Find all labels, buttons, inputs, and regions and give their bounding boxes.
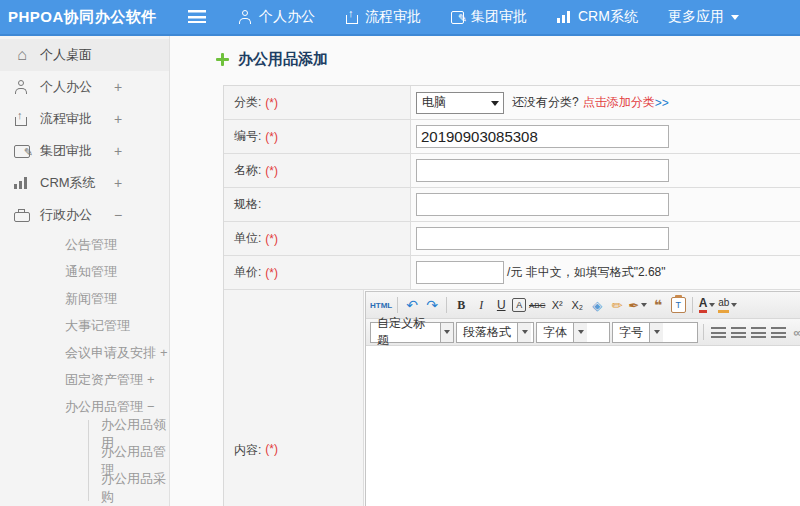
sidebar: ⌂ 个人桌面 个人办公 + 流程审批 + 集团审批 + CRM系统 + 行政办公… [0,36,170,506]
remove-format-icon[interactable]: ◈ [588,295,606,315]
expand-toggle[interactable]: + [114,175,122,191]
category-label: 分类: [234,94,261,111]
toolbar-separator [703,324,704,340]
topnav-label: 更多应用 [668,8,724,26]
sidebar-subitem-meeting-request[interactable]: 会议申请及安排+ [0,339,169,366]
highlight-color-button[interactable]: ab [718,295,737,315]
undo-icon[interactable]: ↶ [403,295,421,315]
expand-toggle[interactable]: + [114,79,122,95]
editor-toolbar-row2: 自定义标题 段落格式 字体 字号 [366,319,800,346]
font-color-button[interactable]: A [698,295,716,315]
topnav-label: 集团审批 [471,8,527,26]
underline-button[interactable]: U [492,295,510,315]
menu-toggle-button[interactable] [188,10,208,24]
align-justify-icon[interactable] [769,322,787,342]
required-mark: (*) [265,96,278,110]
dropdown-caret-icon [517,323,531,342]
dropdown-caret-icon [649,323,663,342]
name-label: 名称: [234,162,261,179]
font-size-dropdown[interactable]: 字号 [612,322,698,343]
briefcase-icon [14,212,30,222]
spec-input[interactable] [416,193,669,216]
topnav-workflow-approval[interactable]: 流程审批 [345,8,421,26]
caret-down-icon [641,303,647,307]
code-input[interactable] [416,125,669,148]
sidebar-item-workflow-approval[interactable]: 流程审批 + [0,103,169,135]
add-category-arrow-link[interactable]: >> [655,96,669,110]
sidebar-item-crm-system[interactable]: CRM系统 + [0,167,169,199]
topnav-group-approval[interactable]: 集团审批 [451,8,527,26]
add-supply-form: 分类: (*) 电脑 还没有分类? 点击添加分类 >> 编号: (*) [223,85,800,506]
expand-toggle[interactable]: + [160,345,168,360]
sidebar-subsubitem-supplies-purchase[interactable]: 办公用品采购 [89,474,169,501]
sidebar-subitem-memorabilia-mgmt[interactable]: 大事记管理 [0,312,169,339]
autotypeset-button[interactable]: A [512,298,526,312]
topnav-label: CRM系统 [578,8,638,26]
page-title: 办公用品添加 [238,50,328,69]
sidebar-subitem-notice-mgmt[interactable]: 通知管理 [0,258,169,285]
form-row-content: 内容: (*) HTML ↶ ↷ B I U A AB [224,290,800,506]
content-label: 内容: [234,442,261,459]
add-plus-icon [216,53,229,66]
format-painter-icon[interactable]: ✒ [628,295,647,315]
expand-toggle[interactable]: + [147,372,155,387]
paste-as-text-icon[interactable]: T [669,295,687,315]
strikethrough-button[interactable]: ABC [528,295,546,315]
insert-link-icon[interactable]: ∞ [789,322,800,342]
app-logo[interactable]: PHPOA协同办公软件 [8,0,157,34]
toolbar-separator [446,297,447,313]
price-format-hint: /元 非中文，如填写格式"2.68" [507,264,666,281]
custom-title-dropdown[interactable]: 自定义标题 [370,322,454,343]
subscript-button[interactable]: X₂ [568,295,586,315]
rich-text-editor: HTML ↶ ↷ B I U A ABC X² X₂ ◈ ✏ [365,291,800,506]
form-row-category: 分类: (*) 电脑 还没有分类? 点击添加分类 >> [224,86,800,120]
paragraph-format-dropdown[interactable]: 段落格式 [456,322,534,343]
unit-label: 单位: [234,230,261,247]
sidebar-item-admin-office[interactable]: 行政办公 − [0,199,169,231]
home-icon: ⌂ [14,48,30,62]
superscript-button[interactable]: X² [548,295,566,315]
bold-button[interactable]: B [452,295,470,315]
form-row-spec: 规格: [224,188,800,222]
redo-icon[interactable]: ↷ [423,295,441,315]
required-mark: (*) [265,130,278,144]
form-row-name: 名称: (*) [224,154,800,188]
clean-doc-icon[interactable]: ✏ [608,295,626,315]
collapse-toggle[interactable]: − [147,399,155,414]
collapse-toggle[interactable]: − [114,207,122,223]
topnav-personal-office[interactable]: 个人办公 [238,8,315,26]
form-row-price: 单价: (*) /元 非中文，如填写格式"2.68" [224,256,800,290]
align-left-icon[interactable] [709,322,727,342]
form-row-unit: 单位: (*) [224,222,800,256]
editor-content-area[interactable] [366,346,800,506]
main-content: 办公用品添加 分类: (*) 电脑 还没有分类? 点击添加分类 >> 编号: (… [170,36,800,506]
blockquote-icon[interactable]: ❝ [649,295,667,315]
align-right-icon[interactable] [749,322,767,342]
topnav-more-apps[interactable]: 更多应用 [668,8,739,26]
html-source-button[interactable]: HTML [370,295,392,315]
name-input[interactable] [416,159,669,182]
add-category-link[interactable]: 点击添加分类 [583,94,655,111]
topnav-crm-system[interactable]: CRM系统 [557,8,638,26]
page-header: 办公用品添加 [216,50,328,69]
dropdown-caret-icon [440,323,453,342]
code-label: 编号: [234,128,261,145]
sidebar-item-personal-desktop[interactable]: ⌂ 个人桌面 [0,39,169,71]
sidebar-subitem-announcement-mgmt[interactable]: 公告管理 [0,231,169,258]
expand-toggle[interactable]: + [114,111,122,127]
category-select[interactable]: 电脑 [416,92,504,114]
sidebar-item-personal-office[interactable]: 个人办公 + [0,71,169,103]
italic-button[interactable]: I [472,295,490,315]
font-family-dropdown[interactable]: 字体 [536,322,610,343]
edit-icon [451,11,464,24]
align-center-icon[interactable] [729,322,747,342]
hamburger-icon [188,10,206,23]
unit-input[interactable] [416,227,669,250]
edit-icon [14,145,30,158]
sidebar-item-group-approval[interactable]: 集团审批 + [0,135,169,167]
expand-toggle[interactable]: + [114,143,122,159]
sidebar-subitem-news-mgmt[interactable]: 新闻管理 [0,285,169,312]
sidebar-subitem-fixed-assets-mgmt[interactable]: 固定资产管理+ [0,366,169,393]
caret-down-icon [731,303,737,307]
price-input[interactable] [416,261,504,284]
